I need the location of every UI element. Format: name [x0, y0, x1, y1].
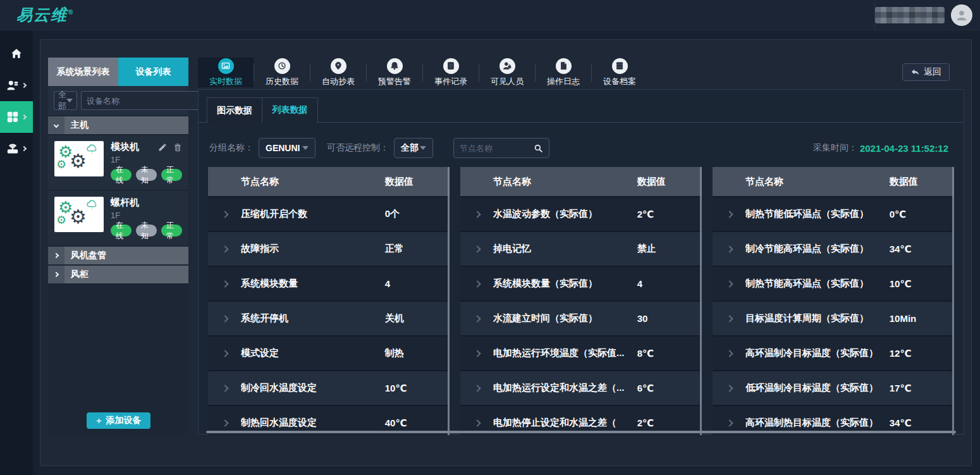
table-row[interactable]: 制冷回水温度设定10℃	[208, 371, 450, 406]
toolbar-tab-3[interactable]: 预警告警	[367, 58, 422, 87]
node-value: 4	[637, 278, 702, 289]
node-value: 30	[637, 313, 702, 324]
subtab-1[interactable]: 列表数据	[262, 97, 318, 123]
node-name: 制冷回水温度设定	[241, 382, 385, 394]
expand-chevron-icon	[726, 245, 733, 252]
expand-chevron-icon	[726, 211, 733, 218]
node-value: 关机	[385, 312, 450, 324]
expand-chevron-icon	[726, 280, 733, 287]
caret-down-icon	[420, 146, 426, 150]
device-category-value: 全部	[58, 89, 66, 112]
table-row[interactable]: 电加热运行环境温度（实际值...8℃	[460, 336, 702, 371]
toolbar-tab-label: 实时数据	[209, 76, 242, 87]
toolbar-tab-6[interactable]: 操作日志	[536, 58, 591, 87]
expand-chevron-icon	[474, 419, 481, 426]
person-icon	[955, 9, 968, 22]
table-row[interactable]: 目标温度计算周期（实际值）10Min	[713, 302, 954, 336]
device-archive-icon	[612, 58, 628, 74]
toolbar-tab-1[interactable]: 历史数据	[254, 58, 310, 87]
device-group-header-1[interactable]: 风机盘管	[48, 247, 188, 264]
table-row[interactable]: 系统开停机关机	[208, 302, 450, 336]
device-panel-tabs: 系统场景列表设备列表	[48, 58, 188, 86]
toolbar-tab-2[interactable]: 自动抄表	[310, 58, 366, 87]
table-row[interactable]: 压缩机开启个数0个	[208, 197, 450, 232]
table-row[interactable]: 模式设定制热	[208, 336, 450, 371]
device-panel-tab-1[interactable]: 设备列表	[118, 58, 188, 86]
vertical-scrollbar[interactable]	[700, 167, 702, 435]
node-value: 34℃	[890, 417, 954, 429]
table-row[interactable]: 水温波动参数（实际值）2℃	[460, 197, 702, 232]
node-name: 水温波动参数（实际值）	[493, 208, 637, 220]
node-value: 6℃	[637, 383, 702, 394]
table-row[interactable]: 制热节能低环温点（实际值）0℃	[713, 197, 954, 232]
subtab-0[interactable]: 图示数据	[207, 97, 262, 123]
toolbar-tab-4[interactable]: 事件记录	[423, 58, 479, 87]
vertical-scrollbar[interactable]	[448, 167, 450, 435]
toolbar-tab-0[interactable]: 实时数据	[198, 58, 254, 87]
device-group-header-2[interactable]: 风柜	[48, 266, 188, 283]
vertical-scrollbar[interactable]	[952, 167, 954, 435]
auto-meter-icon	[331, 58, 346, 74]
table-header: 节点名称数据值	[713, 167, 954, 197]
edit-device-icon[interactable]	[158, 143, 167, 152]
device-panel-tab-0[interactable]: 系统场景列表	[48, 58, 118, 86]
table-row[interactable]: 故障指示正常	[208, 232, 450, 267]
device-card[interactable]: ⚙⚙⚙螺杆机1F在线未知正常	[48, 191, 188, 245]
toolbar-tab-label: 历史数据	[266, 76, 298, 87]
group-name-select[interactable]: GENUNI	[259, 138, 315, 158]
nav-item-home[interactable]	[0, 38, 33, 70]
toolbar-tab-label: 可见人员	[491, 76, 524, 87]
add-device-button[interactable]: 添加设备	[87, 412, 150, 429]
node-value: 4	[385, 278, 450, 289]
device-group-header-0[interactable]: 主机	[48, 116, 188, 134]
device-floor: 1F	[111, 211, 182, 220]
nav-item-gateway[interactable]	[0, 133, 33, 164]
table-row[interactable]: 掉电记忆禁止	[460, 232, 702, 267]
user-admin-icon	[7, 80, 18, 91]
horizontal-scrollbar[interactable]	[206, 431, 956, 433]
expand-chevron-icon	[221, 280, 228, 287]
device-card[interactable]: ⚙⚙⚙模块机1F在线未知正常	[48, 135, 188, 190]
toolbar-tab-7[interactable]: 设备档案	[592, 58, 647, 87]
caret-down-icon	[66, 99, 73, 102]
remote-control-select[interactable]: 全部	[394, 138, 433, 158]
collect-time-label: 采集时间：	[813, 142, 857, 154]
nav-item-device-management[interactable]	[0, 101, 33, 133]
status-badge: 未知	[136, 225, 157, 237]
user-avatar[interactable]	[951, 4, 972, 26]
device-category-select[interactable]: 全部	[54, 91, 77, 110]
plus-icon	[95, 417, 102, 424]
table-row[interactable]: 系统模块数量（实际值）4	[460, 267, 702, 302]
table-row[interactable]: 系统模块数量4	[208, 267, 450, 302]
device-search-input[interactable]	[87, 96, 198, 106]
node-name: 系统模块数量	[241, 278, 385, 290]
data-table-3: 节点名称数据值制热节能低环温点（实际值）0℃制冷节能高环温点（实际值）34℃制热…	[713, 167, 954, 435]
table-row[interactable]: 制冷节能高环温点（实际值）34℃	[713, 232, 954, 267]
node-value: 10Min	[890, 313, 954, 324]
node-value: 40℃	[385, 417, 450, 429]
table-row[interactable]: 电加热运行设定和水温之差（...6℃	[460, 371, 702, 406]
toolbar-tab-5[interactable]: 可见人员	[479, 58, 535, 87]
chevron-right-icon	[21, 83, 27, 88]
node-value: 0个	[385, 208, 450, 220]
table-row[interactable]: 低环温制冷目标温度（实际值）17℃	[713, 371, 954, 406]
node-name: 故障指示	[241, 243, 385, 255]
node-search-input[interactable]	[460, 144, 534, 153]
column-header-node-name: 节点名称	[745, 176, 890, 188]
device-name: 螺杆机	[111, 197, 182, 209]
table-header: 节点名称数据值	[460, 167, 702, 197]
search-icon[interactable]	[534, 144, 543, 153]
collect-time-value: 2021-04-23 11:52:12	[860, 143, 948, 154]
back-button[interactable]: 返回	[902, 63, 950, 81]
table-row[interactable]: 制热节能高环温点（实际值）10℃	[713, 267, 954, 302]
table-row[interactable]: 水流建立时间（实际值）30	[460, 302, 702, 336]
node-value: 17℃	[890, 383, 954, 394]
table-row[interactable]: 高环温制冷目标温度（实际值）12℃	[713, 336, 954, 371]
data-table-2: 节点名称数据值水温波动参数（实际值）2℃掉电记忆禁止系统模块数量（实际值）4水流…	[460, 167, 702, 435]
node-name: 电加热运行设定和水温之差（...	[493, 382, 637, 394]
delete-device-icon[interactable]	[173, 143, 182, 152]
nav-item-user-management[interactable]	[0, 70, 33, 101]
node-value: 2℃	[637, 209, 702, 220]
event-record-icon	[443, 58, 459, 74]
remote-control-label: 可否远程控制：	[327, 142, 389, 154]
